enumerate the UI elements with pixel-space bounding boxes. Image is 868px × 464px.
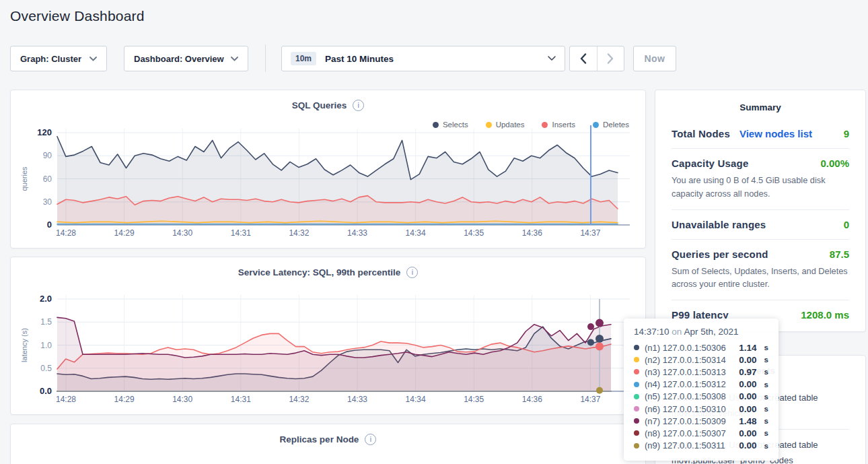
legend-item-inserts[interactable]: Inserts bbox=[542, 121, 575, 129]
svg-text:14:30: 14:30 bbox=[172, 228, 192, 238]
time-range-badge: 10m bbox=[291, 52, 316, 65]
legend-item-updates[interactable]: Updates bbox=[486, 121, 525, 129]
svg-text:0: 0 bbox=[47, 220, 52, 230]
summary-value: 0 bbox=[844, 219, 849, 230]
time-range-label: Past 10 Minutes bbox=[325, 54, 394, 64]
page-title: Overview Dashboard bbox=[10, 8, 145, 24]
summary-row-unavailable-ranges: Unavailable ranges 0 bbox=[672, 209, 849, 239]
svg-text:60: 60 bbox=[43, 174, 52, 184]
info-icon[interactable]: i bbox=[353, 100, 364, 111]
now-button: Now bbox=[633, 46, 676, 71]
node-color-dot bbox=[634, 406, 639, 411]
svg-text:14:31: 14:31 bbox=[231, 228, 251, 238]
tooltip-row: (n5) 127.0.0.1:503080.00s bbox=[634, 391, 768, 403]
service-latency-chart[interactable]: 0.00.51.01.52.014:2814:2914:3014:3114:32… bbox=[11, 257, 645, 414]
summary-label: Queries per second bbox=[672, 248, 768, 260]
node-color-dot bbox=[634, 394, 639, 399]
svg-text:14:33: 14:33 bbox=[347, 228, 367, 238]
svg-text:14:35: 14:35 bbox=[464, 228, 484, 238]
graph-dropdown[interactable]: Graph: Cluster bbox=[10, 46, 107, 71]
replicas-per-node-panel: Replicas per Node i bbox=[10, 424, 646, 464]
time-range-selector[interactable]: 10m Past 10 Minutes bbox=[281, 46, 565, 71]
svg-text:14:29: 14:29 bbox=[114, 228, 135, 238]
summary-label: Capacity Usage bbox=[672, 158, 749, 169]
chevron-right-icon bbox=[607, 53, 614, 64]
tooltip-row: (n8) 127.0.0.1:503070.00s bbox=[634, 427, 768, 439]
summary-label: Total Nodes bbox=[672, 128, 730, 139]
time-range-arrows bbox=[569, 46, 624, 71]
svg-text:14:28: 14:28 bbox=[56, 395, 76, 404]
svg-text:14:29: 14:29 bbox=[114, 395, 135, 404]
svg-text:30: 30 bbox=[43, 197, 52, 207]
chart-legend: Selects Updates Inserts Deletes bbox=[433, 121, 629, 129]
legend-item-selects[interactable]: Selects bbox=[433, 121, 468, 129]
node-color-dot bbox=[634, 430, 639, 436]
hover-tooltip: 14:37:10 on Apr 5th, 2021 (n1) 127.0.0.1… bbox=[624, 319, 779, 461]
node-color-dot bbox=[634, 345, 639, 350]
svg-text:14:34: 14:34 bbox=[406, 395, 426, 404]
chevron-down-icon bbox=[548, 56, 556, 61]
chevron-down-icon bbox=[231, 57, 238, 61]
svg-text:14:37: 14:37 bbox=[580, 228, 600, 238]
sql-queries-chart[interactable]: 030609012014:2814:2914:3014:3114:3214:33… bbox=[11, 90, 645, 248]
svg-text:0.5: 0.5 bbox=[40, 364, 52, 373]
info-icon[interactable]: i bbox=[365, 434, 376, 445]
svg-text:14:32: 14:32 bbox=[289, 395, 309, 404]
summary-description: Sum of Selects, Updates, Inserts, and De… bbox=[672, 265, 849, 292]
info-icon[interactable]: i bbox=[406, 267, 418, 278]
series-color-dot bbox=[593, 122, 599, 128]
series-color-dot bbox=[486, 122, 492, 128]
svg-text:14:28: 14:28 bbox=[56, 228, 76, 238]
node-color-dot bbox=[634, 369, 639, 374]
tooltip-row: (n4) 127.0.0.1:503120.00s bbox=[634, 378, 768, 391]
svg-text:120: 120 bbox=[37, 127, 52, 137]
tooltip-row: (n3) 127.0.0.1:503130.97s bbox=[634, 366, 768, 378]
tooltip-row: (n2) 127.0.0.1:503140.00s bbox=[634, 354, 768, 366]
view-nodes-link[interactable]: View nodes list bbox=[739, 128, 812, 139]
chart-header: Replicas per Node i bbox=[11, 434, 645, 445]
chevron-left-icon bbox=[580, 53, 587, 64]
svg-text:1.5: 1.5 bbox=[40, 317, 52, 327]
svg-text:14:31: 14:31 bbox=[231, 395, 251, 404]
svg-text:1.0: 1.0 bbox=[40, 341, 52, 350]
dashboard-dropdown-label: Dashboard: Overview bbox=[134, 54, 224, 64]
tooltip-row: (n1) 127.0.0.1:503061.14s bbox=[634, 341, 768, 354]
chart-header: Service Latency: SQL, 99th percentile i bbox=[11, 267, 645, 278]
summary-value: 87.5 bbox=[830, 248, 849, 260]
chart-header: SQL Queries i bbox=[11, 100, 645, 111]
graph-dropdown-label: Graph: Cluster bbox=[20, 54, 81, 64]
svg-text:latency (s): latency (s) bbox=[20, 328, 28, 362]
summary-description: You are using 0 B of 4.5 GiB usable disk… bbox=[672, 174, 849, 201]
summary-title: Summary bbox=[672, 102, 849, 112]
summary-value: 9 bbox=[844, 128, 849, 139]
node-color-dot bbox=[634, 382, 639, 387]
sql-queries-panel: SQL Queries i Selects Updates Inserts De… bbox=[10, 90, 646, 248]
next-range-button bbox=[598, 46, 624, 71]
summary-value: 0.00% bbox=[820, 158, 849, 169]
chart-title: Replicas per Node bbox=[280, 434, 359, 444]
series-color-dot bbox=[542, 122, 548, 128]
svg-text:14:36: 14:36 bbox=[522, 395, 542, 404]
svg-text:queries: queries bbox=[20, 166, 28, 191]
legend-item-deletes[interactable]: Deletes bbox=[593, 121, 629, 129]
prev-range-button[interactable] bbox=[570, 46, 598, 71]
svg-text:14:36: 14:36 bbox=[522, 228, 542, 238]
svg-text:14:32: 14:32 bbox=[289, 228, 309, 238]
svg-text:14:37: 14:37 bbox=[580, 395, 600, 404]
summary-label: Unavailable ranges bbox=[672, 219, 766, 230]
summary-row-total-nodes: Total Nodes View nodes list 9 bbox=[672, 119, 849, 148]
svg-text:14:30: 14:30 bbox=[172, 395, 192, 404]
svg-text:14:33: 14:33 bbox=[347, 395, 367, 404]
summary-row-queries-per-second: Queries per second 87.5 Sum of Selects, … bbox=[672, 239, 849, 300]
svg-text:2.0: 2.0 bbox=[40, 294, 52, 304]
toolbar-divider bbox=[265, 44, 266, 72]
chart-title: SQL Queries bbox=[292, 100, 347, 110]
summary-panel: Summary Total Nodes View nodes list 9 Ca… bbox=[655, 90, 866, 332]
summary-value: 1208.0 ms bbox=[801, 309, 849, 321]
tooltip-timestamp: 14:37:10 on Apr 5th, 2021 bbox=[634, 327, 768, 337]
summary-row-capacity-usage: Capacity Usage 0.00% You are using 0 B o… bbox=[672, 148, 849, 209]
dashboard-dropdown[interactable]: Dashboard: Overview bbox=[124, 46, 248, 71]
overview-dashboard-page: Overview Dashboard Graph: Cluster Dashbo… bbox=[0, 0, 868, 464]
node-color-dot bbox=[634, 443, 639, 449]
tooltip-row: (n6) 127.0.0.1:503100.00s bbox=[634, 403, 768, 415]
